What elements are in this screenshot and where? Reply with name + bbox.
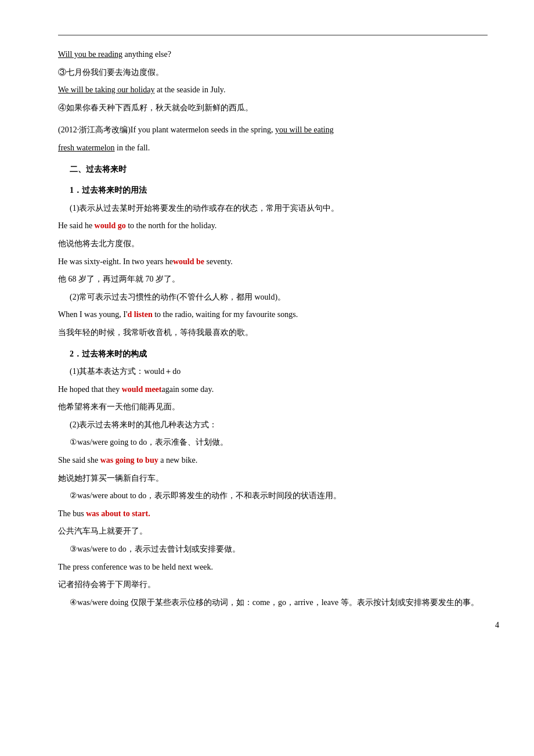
para4-3-pre: She said she <box>58 456 100 465</box>
para4-2: ①was/were going to do，表示准备、计划做。 <box>70 435 488 451</box>
para7-1: ④was/were doing 仅限于某些表示位移的动词，如：come，go，a… <box>70 595 488 611</box>
line-zh-july: ③七月份我们要去海边度假。 <box>58 65 488 81</box>
section2-heading: 二、过去将来时 <box>70 162 488 178</box>
line3-post: at the seaside in July. <box>154 85 225 94</box>
para2-2: When I was young, I'd listen to the radi… <box>58 307 488 323</box>
para7-1-pre: ④was/were doing 仅限于某些表示位移的动词，如：come，go，a… <box>70 598 365 607</box>
para6-1: ③was/were to do，表示过去曾计划或安排要做。 <box>70 542 488 557</box>
para2-2-pre: When I was young, I' <box>58 310 128 319</box>
para1-4-pre: He was sixty-eight. In two years he <box>58 257 173 266</box>
para5-2-pre: The bus <box>58 509 86 518</box>
page-container: Will you be reading anything else? ③七月份我… <box>0 0 534 647</box>
para3-2-pre: He hoped that they <box>58 385 122 394</box>
sub2-heading: 2．过去将来时的构成 <box>70 347 488 362</box>
para4-3-bold: was going to buy <box>100 456 158 465</box>
para1-2-bold: would go <box>95 221 126 230</box>
para5-2: The bus was about to start. <box>58 506 488 522</box>
para2-3: 当我年轻的时候，我常听收音机，等待我最喜欢的歌。 <box>58 325 488 341</box>
para5-3: 公共汽车马上就要开了。 <box>58 524 488 539</box>
para5-2-bold: was about to start. <box>86 509 150 518</box>
para1-4-post: seventy. <box>204 257 233 266</box>
underline-fresh-watermelon: fresh watermelon <box>58 143 115 152</box>
para4-1: (2)表示过去将来时的其他几种表达方式： <box>70 417 488 433</box>
sub1-heading: 1．过去将来时的用法 <box>70 183 488 199</box>
para6-3: 记者招待会将于下周举行。 <box>58 577 488 593</box>
para2-1: (2)常可表示过去习惯性的动作(不管什么人称，都用 would)。 <box>70 290 488 305</box>
line7-post: in the fall. <box>115 143 150 152</box>
para4-3-post: a new bike. <box>158 456 198 465</box>
underline-taking-holiday: We will be taking our holiday <box>58 85 154 94</box>
line-fresh-watermelon: fresh watermelon in the fall. <box>58 141 488 156</box>
para1-4-bold: would be <box>173 257 204 266</box>
para2-2-bold: d listen <box>128 310 153 319</box>
para3-2-bold: would meet <box>122 385 162 394</box>
underline-will-reading: Will you be reading <box>58 50 122 59</box>
para6-2: The press conference was to be held next… <box>58 560 488 575</box>
para2-2-post: to the radio, waiting for my favourite s… <box>153 310 298 319</box>
exam-pre: (2012·浙江高考改编)If you plant watermelon see… <box>58 125 275 134</box>
para4-4: 她说她打算买一辆新自行车。 <box>58 471 488 487</box>
para1-4: He was sixty-eight. In two years hewould… <box>58 254 488 270</box>
para1-2-pre: He said he <box>58 221 95 230</box>
blank-line <box>58 118 488 123</box>
para3-2-post: again some day. <box>161 385 214 394</box>
line-2012-exam: (2012·浙江高考改编)If you plant watermelon see… <box>58 123 488 138</box>
line-will-reading: Will you be reading anything else? <box>58 47 488 63</box>
page-number: 4 <box>495 621 499 630</box>
para3-3: 他希望将来有一天他们能再见面。 <box>58 399 488 415</box>
line-taking-holiday: We will be taking our holiday at the sea… <box>58 82 488 98</box>
line-zh-watermelon: ④如果你春天种下西瓜籽，秋天就会吃到新鲜的西瓜。 <box>58 100 488 116</box>
para1-1: (1)表示从过去某时开始将要发生的动作或存在的状态，常用于宾语从句中。 <box>70 201 488 217</box>
underline-eating: you will be eating <box>275 125 334 134</box>
para3-1: (1)其基本表达方式：would＋do <box>70 364 488 380</box>
para7-1-post: 示按计划或安排将要发生的事。 <box>365 598 479 607</box>
para1-3: 他说他将去北方度假。 <box>58 236 488 252</box>
para5-1: ②was/were about to do，表示即将发生的动作，不和表示时间段的… <box>70 488 488 504</box>
para1-5: 他 68 岁了，再过两年就 70 岁了。 <box>58 272 488 287</box>
para1-2-post: to the north for the holiday. <box>126 221 217 230</box>
top-border <box>58 35 488 35</box>
para3-2: He hoped that they would meetagain some … <box>58 382 488 398</box>
para4-3: She said she was going to buy a new bike… <box>58 453 488 469</box>
para1-2: He said he would go to the north for the… <box>58 218 488 234</box>
line1-post: anything else? <box>122 50 171 59</box>
